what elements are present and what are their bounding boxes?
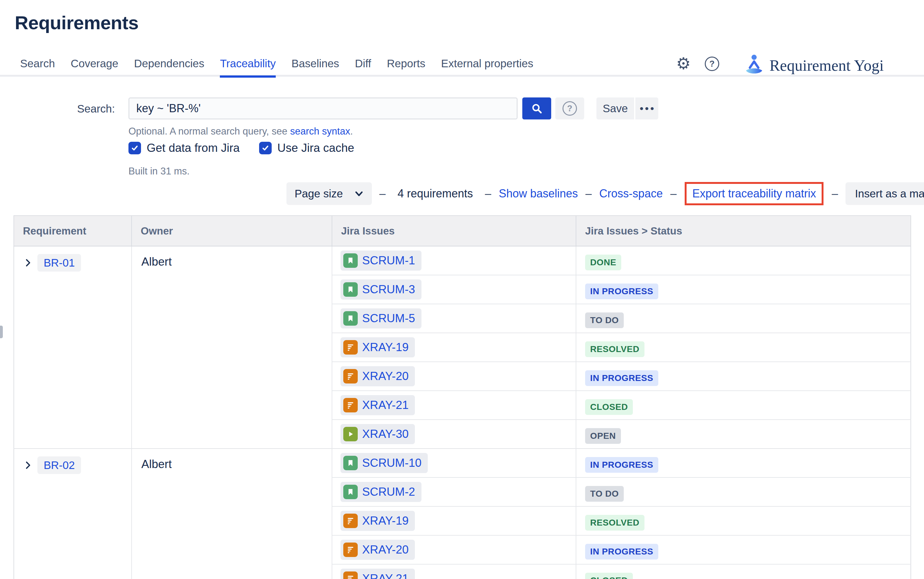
jira-issue-cell: XRAY-19 bbox=[332, 506, 576, 535]
tab-external-properties[interactable]: External properties bbox=[441, 57, 533, 78]
jira-issue-cell: XRAY-30 bbox=[332, 420, 576, 448]
search-input[interactable] bbox=[129, 97, 518, 119]
status-lozenge: OPEN bbox=[585, 428, 621, 444]
owner-cell: Albert bbox=[132, 448, 332, 579]
jira-issue-cell: XRAY-20 bbox=[332, 362, 576, 391]
column-header-requirement: Requirement bbox=[14, 216, 132, 246]
jira-issue-badge[interactable]: XRAY-21 bbox=[341, 395, 415, 415]
requirement-key-link[interactable]: BR-02 bbox=[37, 456, 81, 474]
requirement-key-link[interactable]: BR-01 bbox=[37, 254, 81, 272]
jira-issue-badge[interactable]: XRAY-20 bbox=[341, 366, 415, 386]
jira-issue-link[interactable]: XRAY-19 bbox=[362, 514, 409, 527]
status-cell: TO DO bbox=[576, 304, 911, 333]
jira-issue-badge[interactable]: XRAY-30 bbox=[341, 424, 415, 444]
help-circle-icon[interactable]: ? bbox=[705, 57, 719, 71]
jira-issue-cell: SCRUM-10 bbox=[332, 448, 576, 478]
jira-issue-link[interactable]: SCRUM-2 bbox=[362, 485, 415, 499]
status-cell: RESOLVED bbox=[576, 506, 911, 535]
status-lozenge: IN PROGRESS bbox=[585, 370, 658, 386]
jira-issue-badge[interactable]: XRAY-21 bbox=[341, 569, 415, 579]
jira-issue-cell: XRAY-19 bbox=[332, 333, 576, 362]
separator-dash: – bbox=[832, 187, 838, 200]
expand-chevron-icon[interactable] bbox=[24, 461, 33, 469]
traceability-table: Requirement Owner Jira Issues Jira Issue… bbox=[13, 215, 911, 579]
search-options: Get data from Jira Use Jira cache bbox=[129, 141, 354, 155]
separator-dash: – bbox=[585, 187, 592, 200]
gear-icon[interactable]: ⚙ bbox=[674, 54, 693, 73]
search-icon bbox=[530, 102, 543, 115]
status-lozenge: CLOSED bbox=[585, 399, 633, 415]
column-header-owner: Owner bbox=[132, 216, 332, 246]
export-traceability-matrix-link[interactable]: Export traceability matrix bbox=[692, 187, 816, 200]
test-execution-icon bbox=[343, 427, 358, 441]
jira-issue-badge[interactable]: SCRUM-5 bbox=[341, 308, 422, 329]
tab-traceability[interactable]: Traceability bbox=[220, 57, 276, 78]
tab-dependencies[interactable]: Dependencies bbox=[134, 57, 204, 78]
tab-search[interactable]: Search bbox=[20, 57, 55, 78]
checkbox-checked-icon[interactable] bbox=[129, 142, 141, 154]
separator-dash: – bbox=[485, 187, 491, 200]
status-lozenge: DONE bbox=[585, 255, 621, 270]
tab-diff[interactable]: Diff bbox=[355, 57, 371, 78]
status-lozenge: IN PROGRESS bbox=[585, 544, 658, 559]
story-icon bbox=[343, 485, 358, 499]
jira-issue-link[interactable]: XRAY-20 bbox=[362, 370, 409, 383]
jira-issue-link[interactable]: XRAY-21 bbox=[362, 399, 409, 412]
jira-issue-badge[interactable]: SCRUM-1 bbox=[341, 250, 422, 271]
test-icon bbox=[343, 514, 358, 528]
jira-issue-cell: SCRUM-3 bbox=[332, 275, 576, 304]
jira-issue-link[interactable]: SCRUM-10 bbox=[362, 456, 422, 469]
jira-issue-badge[interactable]: XRAY-19 bbox=[341, 337, 415, 357]
jira-issue-cell: XRAY-21 bbox=[332, 391, 576, 420]
column-header-jira-issues: Jira Issues bbox=[332, 216, 576, 246]
page-size-dropdown[interactable]: Page size bbox=[287, 182, 372, 205]
brand-logo[interactable]: Requirement Yogi bbox=[744, 50, 884, 80]
save-button[interactable]: Save bbox=[596, 97, 634, 119]
requirement-cell: BR-02 bbox=[14, 448, 132, 579]
jira-issue-badge[interactable]: SCRUM-2 bbox=[341, 482, 422, 502]
jira-issue-link[interactable]: SCRUM-1 bbox=[362, 254, 415, 267]
jira-issue-badge[interactable]: XRAY-19 bbox=[341, 511, 415, 531]
tab-baselines[interactable]: Baselines bbox=[292, 57, 339, 78]
jira-issue-link[interactable]: SCRUM-5 bbox=[362, 312, 415, 325]
requirement-cell: BR-01 bbox=[14, 246, 132, 448]
jira-issue-link[interactable]: SCRUM-3 bbox=[362, 283, 415, 296]
expand-chevron-icon[interactable] bbox=[24, 258, 33, 267]
insert-as-macro-button[interactable]: Insert as a macro bbox=[846, 182, 924, 205]
jira-issue-badge[interactable]: SCRUM-10 bbox=[341, 453, 428, 473]
traceability-page: Requirements Search Coverage Dependencie… bbox=[0, 0, 924, 579]
search-syntax-link[interactable]: search syntax bbox=[290, 126, 350, 137]
status-cell: OPEN bbox=[576, 420, 911, 448]
jira-issue-link[interactable]: XRAY-30 bbox=[362, 427, 409, 441]
search-button[interactable] bbox=[522, 97, 551, 119]
tab-coverage[interactable]: Coverage bbox=[71, 57, 118, 78]
cross-space-link[interactable]: Cross-space bbox=[599, 187, 663, 200]
status-lozenge: IN PROGRESS bbox=[585, 457, 658, 473]
test-icon bbox=[343, 571, 358, 579]
status-cell: IN PROGRESS bbox=[576, 448, 911, 478]
jira-issue-badge[interactable]: SCRUM-3 bbox=[341, 280, 422, 299]
checkbox-use-jira-cache: Use Jira cache bbox=[259, 141, 354, 155]
jira-issue-link[interactable]: XRAY-20 bbox=[362, 543, 409, 556]
checkbox-label: Use Jira cache bbox=[277, 141, 354, 155]
test-icon bbox=[343, 398, 358, 412]
status-cell: CLOSED bbox=[576, 391, 911, 420]
jira-issue-cell: SCRUM-1 bbox=[332, 246, 576, 275]
jira-issue-cell: XRAY-20 bbox=[332, 535, 576, 564]
show-baselines-link[interactable]: Show baselines bbox=[499, 187, 578, 200]
search-help-button[interactable]: ? bbox=[555, 97, 584, 119]
tab-reports[interactable]: Reports bbox=[387, 57, 425, 78]
story-icon bbox=[343, 311, 358, 325]
more-options-button[interactable]: ••• bbox=[636, 97, 658, 119]
jira-issue-link[interactable]: XRAY-19 bbox=[362, 341, 409, 354]
status-cell: RESOLVED bbox=[576, 333, 911, 362]
owner-cell: Albert bbox=[132, 246, 332, 448]
jira-issue-cell: XRAY-21 bbox=[332, 564, 576, 579]
jira-issue-badge[interactable]: XRAY-20 bbox=[341, 540, 415, 560]
checkbox-checked-icon[interactable] bbox=[259, 142, 272, 154]
jira-issue-link[interactable]: XRAY-21 bbox=[362, 572, 409, 579]
left-scrollbar-thumb[interactable] bbox=[0, 325, 3, 338]
status-lozenge: CLOSED bbox=[585, 573, 633, 579]
test-icon bbox=[343, 369, 358, 383]
status-cell: DONE bbox=[576, 246, 911, 275]
